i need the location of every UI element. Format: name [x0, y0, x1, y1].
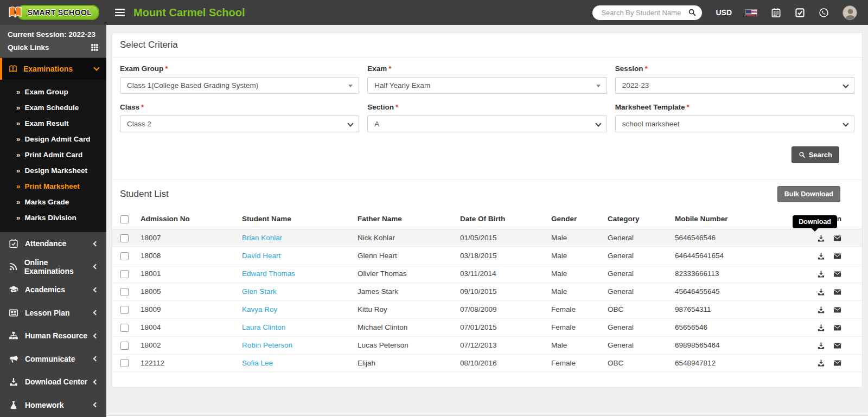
row-checkbox[interactable] — [120, 342, 129, 350]
sidebar-item-download-center[interactable]: Download Center — [0, 370, 106, 394]
search-input[interactable] — [600, 8, 688, 17]
submenu-item-marks-grade[interactable]: Marks Grade — [0, 194, 106, 210]
submenu-item-print-marksheet[interactable]: Print Marksheet — [0, 178, 106, 194]
sidebar-item-examinations[interactable]: Examinations — [0, 58, 106, 80]
envelope-icon[interactable] — [833, 306, 841, 314]
rss-icon — [9, 262, 18, 272]
cell-admission-no: 18008 — [136, 247, 238, 265]
row-checkbox[interactable] — [120, 288, 129, 296]
task-check-icon[interactable] — [795, 8, 805, 18]
sidebar-item-label: Lesson Plan — [25, 309, 69, 317]
student-name-link[interactable]: Sofia Lee — [238, 354, 353, 372]
table-row: 18002 Robin Peterson Lucas Peterson 07/1… — [112, 336, 862, 354]
submenu-item-marks-division[interactable]: Marks Division — [0, 210, 106, 226]
envelope-icon[interactable] — [833, 234, 841, 242]
exam-group-label: Exam Group — [120, 65, 359, 73]
cell-mobile: 6548947812 — [671, 354, 786, 372]
sidebar-item-academics[interactable]: Academics — [0, 278, 106, 301]
envelope-icon[interactable] — [833, 252, 841, 260]
sidebar-item-homework[interactable]: Homework — [0, 394, 106, 417]
user-avatar[interactable] — [843, 5, 857, 20]
table-row: 18007 Brian Kohlar Nick Kohlar 01/05/201… — [112, 229, 862, 247]
download-icon[interactable] — [817, 359, 825, 367]
select-all-checkbox[interactable] — [120, 215, 129, 223]
download-icon[interactable] — [817, 288, 825, 296]
exam-group-select[interactable]: Class 1(College Based Grading System) — [120, 77, 359, 94]
student-name-link[interactable]: Kavya Roy — [238, 300, 353, 318]
sidebar-item-communicate[interactable]: Communicate — [0, 348, 106, 371]
submenu-item-design-marksheet[interactable]: Design Marksheet — [0, 163, 106, 178]
session-block: Current Session: 2022-23 Quick Links — [0, 25, 106, 58]
sidebar-item-label: Online Examinations — [24, 258, 94, 275]
session-select[interactable]: 2022-23 — [615, 77, 854, 94]
row-checkbox[interactable] — [120, 359, 129, 367]
sidebar-item-online-examinations[interactable]: Online Examinations — [0, 255, 106, 279]
student-table: Admission No Student Name Father Name Da… — [112, 208, 862, 372]
marksheet-template-select[interactable]: school marksheet — [615, 116, 854, 132]
submenu-item-exam-group[interactable]: Exam Group — [0, 84, 106, 100]
language-flag-icon[interactable] — [745, 9, 757, 16]
cell-actions — [786, 354, 862, 372]
sidebar-item-human-resource[interactable]: Human Resource — [0, 324, 106, 348]
envelope-icon[interactable] — [833, 288, 841, 296]
search-row: Search — [120, 142, 854, 179]
session-label: Session — [615, 65, 854, 73]
download-icon[interactable] — [817, 270, 825, 278]
cell-father-name: Glenn Heart — [353, 247, 456, 265]
search-button[interactable]: Search — [792, 146, 839, 163]
student-name-link[interactable]: Laura Clinton — [238, 318, 353, 336]
sidebar-item-lesson-plan[interactable]: Lesson Plan — [0, 301, 106, 325]
submenu-item-design-admit-card[interactable]: Design Admit Card — [0, 131, 106, 147]
download-icon[interactable] — [817, 324, 825, 332]
col-category: Category — [603, 208, 671, 229]
student-name-link[interactable]: Robin Peterson — [238, 336, 353, 354]
envelope-icon[interactable] — [833, 359, 841, 367]
envelope-icon[interactable] — [833, 270, 841, 278]
download-icon[interactable] — [817, 252, 825, 260]
main-content: Select Criteria Exam Group Class 1(Colle… — [106, 25, 868, 417]
exam-select[interactable]: Half Yearly Exam — [367, 77, 607, 94]
table-row: 18001 Edward Thomas Olivier Thomas 03/11… — [112, 265, 862, 283]
sidebar-toggle-icon[interactable] — [115, 7, 125, 18]
whatsapp-icon[interactable] — [819, 8, 829, 18]
quick-links-label: Quick Links — [8, 43, 49, 52]
currency-selector[interactable]: USD — [716, 8, 732, 17]
cell-category: General — [603, 247, 671, 265]
envelope-icon[interactable] — [833, 342, 841, 350]
cell-dob: 03/11/2014 — [456, 265, 547, 283]
row-checkbox[interactable] — [120, 306, 129, 314]
student-name-link[interactable]: David Heart — [238, 247, 353, 265]
row-checkbox[interactable] — [120, 234, 129, 242]
cell-dob: 07/12/2013 — [456, 336, 547, 354]
row-checkbox[interactable] — [120, 252, 129, 260]
cell-actions — [786, 229, 862, 247]
calendar-icon[interactable] — [771, 8, 781, 18]
sidebar-item-label: Homework — [25, 401, 64, 409]
examinations-book-icon — [8, 64, 18, 74]
row-checkbox[interactable] — [120, 324, 129, 332]
bulk-download-button[interactable]: Bulk Download — [777, 186, 840, 202]
class-select[interactable]: Class 2 — [120, 116, 359, 132]
download-icon[interactable] — [817, 306, 825, 314]
download-icon[interactable] — [817, 234, 825, 242]
sidebar-item-attendance[interactable]: Attendance — [0, 232, 106, 255]
submenu-item-exam-schedule[interactable]: Exam Schedule — [0, 100, 106, 116]
row-checkbox[interactable] — [120, 270, 129, 278]
student-name-link[interactable]: Glen Stark — [238, 283, 353, 300]
cell-father-name: Michael Clinton — [353, 318, 456, 336]
section-select[interactable]: A — [367, 116, 607, 132]
col-student-name: Student Name — [238, 208, 353, 229]
chevron-down-icon — [93, 65, 99, 70]
quick-links-grid-icon[interactable] — [91, 43, 99, 52]
student-name-link[interactable]: Brian Kohlar — [238, 229, 353, 247]
app-logo[interactable]: SMART SCHOOL — [7, 5, 99, 20]
envelope-icon[interactable] — [833, 324, 841, 332]
current-session-label: Current Session: 2022-23 — [8, 30, 99, 39]
search-icon[interactable] — [688, 8, 697, 17]
cell-mobile: 65656546 — [671, 318, 786, 336]
submenu-item-print-admit-card[interactable]: Print Admit Card — [0, 147, 106, 163]
download-icon[interactable] — [817, 342, 825, 350]
submenu-item-exam-result[interactable]: Exam Result — [0, 116, 106, 131]
cell-actions — [786, 318, 862, 336]
student-name-link[interactable]: Edward Thomas — [238, 265, 353, 283]
